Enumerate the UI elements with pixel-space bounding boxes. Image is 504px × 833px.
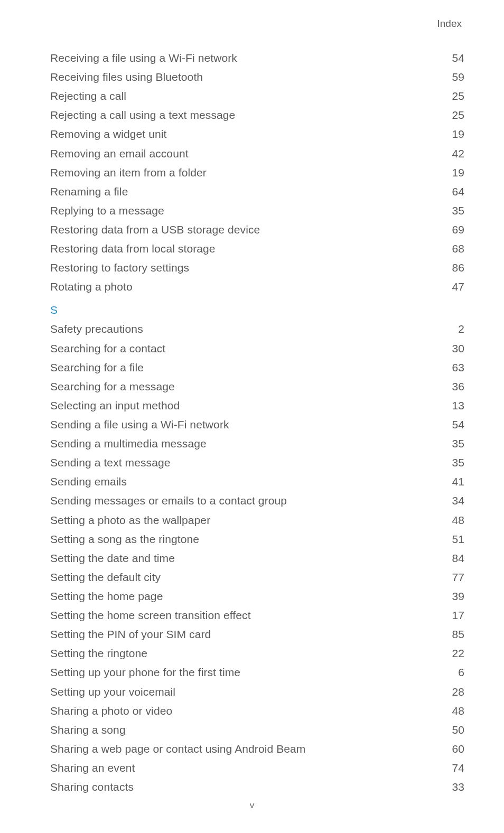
index-entry[interactable]: Restoring data from local storage68 (50, 239, 464, 258)
index-entry-page: 19 (443, 163, 464, 182)
index-entry-label: Setting a song as the ringtone (50, 530, 443, 549)
index-entry-page: 28 (443, 682, 464, 701)
index-entry[interactable]: Renaming a file64 (50, 182, 464, 201)
index-entry-page: 69 (443, 220, 464, 239)
index-entry-page: 6 (443, 663, 464, 682)
index-entry[interactable]: Setting the PIN of your SIM card85 (50, 625, 464, 644)
page-number-footer: v (0, 800, 504, 811)
index-entry[interactable]: Selecting an input method13 (50, 396, 464, 415)
index-entry[interactable]: Setting up your phone for the first time… (50, 663, 464, 682)
index-entry-label: Sending a multimedia message (50, 434, 443, 453)
index-entry[interactable]: Searching for a message36 (50, 377, 464, 396)
index-entry[interactable]: Removing an item from a folder19 (50, 163, 464, 182)
index-entry-page: 35 (443, 434, 464, 453)
index-entry[interactable]: Restoring to factory settings86 (50, 258, 464, 277)
index-entry-label: Searching for a file (50, 358, 443, 377)
index-entry[interactable]: Setting the home screen transition effec… (50, 606, 464, 625)
index-entry[interactable]: Searching for a contact30 (50, 339, 464, 358)
index-entry[interactable]: Sharing contacts33 (50, 778, 464, 797)
index-entry-page: 42 (443, 144, 464, 163)
index-entry[interactable]: Replying to a message35 (50, 201, 464, 220)
index-entry[interactable]: Receiving files using Bluetooth59 (50, 68, 464, 87)
index-entry-label: Sending a text message (50, 453, 443, 472)
index-entry[interactable]: Sharing a web page or contact using Andr… (50, 740, 464, 759)
index-entry[interactable]: Sending a text message35 (50, 453, 464, 472)
index-entry[interactable]: Sending emails41 (50, 472, 464, 491)
index-entry-page: 35 (443, 201, 464, 220)
index-entry[interactable]: Sending messages or emails to a contact … (50, 491, 464, 510)
index-entry-page: 2 (443, 320, 464, 339)
index-entry-page: 22 (443, 644, 464, 663)
index-entry-label: Restoring data from a USB storage device (50, 220, 443, 239)
index-entry-label: Restoring to factory settings (50, 258, 443, 277)
index-entry-page: 25 (443, 106, 464, 125)
index-entry-label: Removing a widget unit (50, 125, 443, 144)
index-entry-label: Searching for a message (50, 377, 443, 396)
index-entry[interactable]: Sending a file using a Wi-Fi network54 (50, 415, 464, 434)
index-sections: Receiving a file using a Wi-Fi network54… (50, 49, 464, 797)
index-entry[interactable]: Rejecting a call25 (50, 87, 464, 106)
index-entry[interactable]: Setting the home page39 (50, 587, 464, 606)
index-entry[interactable]: Searching for a file63 (50, 358, 464, 377)
index-entry-label: Searching for a contact (50, 339, 443, 358)
index-entry-label: Sending messages or emails to a contact … (50, 491, 443, 510)
index-entry-page: 84 (443, 549, 464, 568)
index-entry-page: 30 (443, 339, 464, 358)
index-entry[interactable]: Setting a song as the ringtone51 (50, 530, 464, 549)
index-entry[interactable]: Setting up your voicemail28 (50, 682, 464, 701)
index-entry[interactable]: Receiving a file using a Wi-Fi network54 (50, 49, 464, 68)
index-entry[interactable]: Sharing an event74 (50, 759, 464, 778)
index-entry-page: 13 (443, 396, 464, 415)
index-entry-page: 33 (443, 778, 464, 797)
section-letter: S (50, 304, 464, 316)
index-entry[interactable]: Removing an email account42 (50, 144, 464, 163)
index-entry-page: 19 (443, 125, 464, 144)
index-entry-label: Setting up your voicemail (50, 682, 443, 701)
index-entry[interactable]: Sharing a song50 (50, 720, 464, 740)
index-entry[interactable]: Restoring data from a USB storage device… (50, 220, 464, 239)
index-entry-label: Removing an email account (50, 144, 443, 163)
index-entry-label: Setting the ringtone (50, 644, 443, 663)
index-entry[interactable]: Safety precautions2 (50, 320, 464, 339)
index-entry-page: 86 (443, 258, 464, 277)
index-entry[interactable]: Removing a widget unit19 (50, 125, 464, 144)
index-entry-page: 48 (443, 701, 464, 720)
header-title: Index (50, 18, 464, 30)
index-entry-page: 25 (443, 87, 464, 106)
index-entry-label: Setting the PIN of your SIM card (50, 625, 443, 644)
index-entry-label: Setting a photo as the wallpaper (50, 511, 443, 530)
index-entry[interactable]: Setting the default city77 (50, 568, 464, 587)
index-entry-label: Renaming a file (50, 182, 443, 201)
index-entry-page: 68 (443, 239, 464, 258)
index-entry-label: Setting up your phone for the first time (50, 663, 443, 682)
index-entry-page: 39 (443, 587, 464, 606)
index-entry-page: 60 (443, 740, 464, 759)
index-entry[interactable]: Sending a multimedia message35 (50, 434, 464, 453)
index-entry[interactable]: Setting a photo as the wallpaper48 (50, 511, 464, 530)
index-entry-label: Sharing a photo or video (50, 701, 443, 720)
index-entry-label: Setting the home page (50, 587, 443, 606)
index-entry-label: Selecting an input method (50, 396, 443, 415)
index-entry-label: Setting the home screen transition effec… (50, 606, 443, 625)
index-entry-label: Rejecting a call (50, 87, 443, 106)
index-entry[interactable]: Setting the date and time84 (50, 549, 464, 568)
index-entry-page: 54 (443, 415, 464, 434)
index-entry-label: Replying to a message (50, 201, 443, 220)
index-entry[interactable]: Rotating a photo47 (50, 277, 464, 296)
index-entry-page: 36 (443, 377, 464, 396)
index-entry[interactable]: Setting the ringtone22 (50, 644, 464, 663)
index-entry-label: Sharing an event (50, 759, 443, 778)
index-entry-label: Sending emails (50, 472, 443, 491)
index-entry-label: Rotating a photo (50, 277, 443, 296)
index-entry-page: 17 (443, 606, 464, 625)
index-entry-page: 47 (443, 277, 464, 296)
index-entry-page: 51 (443, 530, 464, 549)
index-entry-label: Safety precautions (50, 320, 443, 339)
index-entry[interactable]: Sharing a photo or video48 (50, 701, 464, 720)
index-entry[interactable]: Rejecting a call using a text message25 (50, 106, 464, 125)
index-entry-page: 59 (443, 68, 464, 87)
index-entry-page: 85 (443, 625, 464, 644)
index-entry-label: Rejecting a call using a text message (50, 106, 443, 125)
index-entry-label: Sending a file using a Wi-Fi network (50, 415, 443, 434)
index-entry-page: 48 (443, 511, 464, 530)
